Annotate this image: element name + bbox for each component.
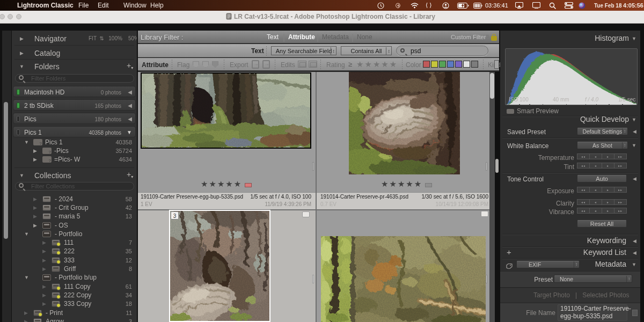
svg-text:1/5 sec: 1/5 sec [618,97,635,103]
svg-text:ISO 100: ISO 100 [509,97,529,103]
svg-text:f / 4.0: f / 4.0 [585,97,598,103]
svg-text:40 mm: 40 mm [553,97,569,103]
